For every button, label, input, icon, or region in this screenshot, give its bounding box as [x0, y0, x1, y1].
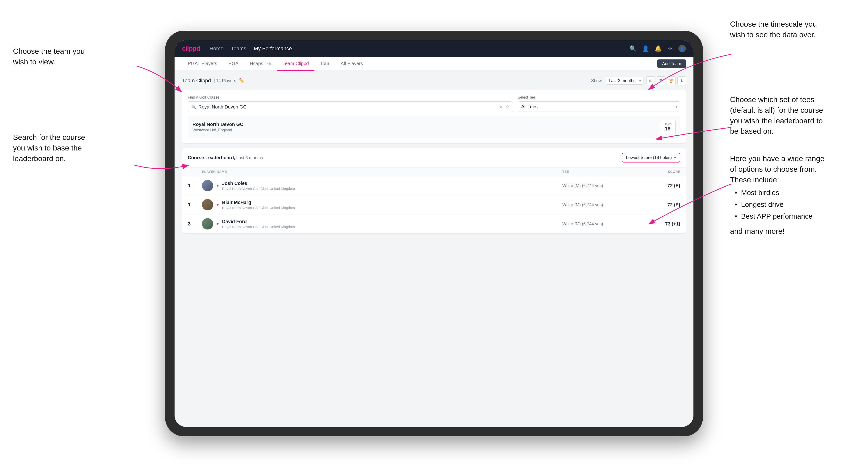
course-result: Royal North Devon GC Westward Ho!, Engla…: [188, 116, 680, 138]
search-row: Find a Golf Course 🔍 ✕ ☆ Select Tee: [188, 95, 680, 112]
grid-view-button[interactable]: ⊞: [646, 76, 655, 85]
content-area: Team Clippd | 14 Players ✏️ Show: Last 3…: [175, 71, 693, 427]
option-drive: Longest drive: [735, 199, 855, 210]
player-info-2: ♥ Blair McHarg Royal North Devon Golf Cl…: [202, 199, 562, 210]
show-label: Show:: [591, 78, 603, 83]
player-details-2: Blair McHarg Royal North Devon Golf Club…: [222, 200, 295, 210]
star-icon[interactable]: ☆: [505, 104, 509, 110]
course-location: Westward Ho!, England: [192, 128, 243, 132]
sub-nav: PGAT Players PGA Hcaps 1-5 Team Clippd T…: [175, 57, 693, 71]
team-title: Team Clippd | 14 Players ✏️: [182, 77, 245, 84]
player-row: 1 ♥ Blair McHarg Royal North Devon Golf …: [182, 195, 686, 214]
tab-pgat-players[interactable]: PGAT Players: [182, 57, 223, 71]
heart-icon-3[interactable]: ♥: [217, 222, 219, 226]
app-logo: clippd: [182, 45, 200, 52]
player-rank-3: 3: [188, 221, 202, 227]
options-list: Most birdies Longest drive Best APP perf…: [730, 188, 855, 221]
tee-label: Select Tee: [518, 95, 680, 99]
tab-hcaps[interactable]: Hcaps 1-5: [244, 57, 277, 71]
player-avatar-2: [202, 199, 213, 210]
holes-label: Holes: [664, 122, 672, 126]
player-score-1: 72 (E): [633, 183, 680, 188]
annotation-timescale: Choose the timescale you wish to see the…: [730, 19, 855, 40]
tab-pga[interactable]: PGA: [223, 57, 244, 71]
annotation-options: Here you have a wide range of options to…: [730, 153, 855, 237]
search-input-wrap: 🔍 ✕ ☆: [188, 101, 513, 112]
col-tee: TEE: [562, 170, 633, 174]
holes-number: 18: [665, 126, 670, 132]
download-button[interactable]: ⬇: [677, 76, 686, 85]
player-tee-2: White (M) (6,744 yds): [562, 203, 633, 207]
heart-icon-1[interactable]: ♥: [217, 184, 219, 188]
edit-icon[interactable]: ✏️: [239, 78, 245, 84]
heart-icon-2[interactable]: ♥: [217, 203, 219, 207]
col-empty: [188, 170, 202, 174]
player-name-1: Josh Coles: [222, 181, 295, 186]
annotation-search: Search for the course you wish to base t…: [13, 132, 129, 164]
nav-teams[interactable]: Teams: [231, 44, 246, 53]
team-name: Team Clippd: [182, 77, 211, 84]
holes-badge: Holes 18: [660, 120, 676, 134]
nav-bar: clippd Home Teams My Performance 🔍 👤 🔔 ⚙…: [175, 40, 693, 57]
player-rank-2: 1: [188, 201, 202, 208]
player-avatar-3: [202, 218, 213, 229]
add-team-button[interactable]: Add Team: [657, 59, 686, 68]
player-row: 1 ♥ Josh Coles Royal North Devon Golf Cl…: [182, 176, 686, 195]
table-header: PLAYER NAME TEE SCORE: [182, 167, 686, 176]
show-select[interactable]: Last 3 months: [606, 76, 644, 85]
player-details-1: Josh Coles Royal North Devon Golf Club, …: [222, 181, 295, 191]
player-tee-3: White (M) (6,744 yds): [562, 221, 633, 226]
player-score-3: 73 (+1): [633, 221, 680, 227]
player-club-3: Royal North Devon Golf Club, United King…: [222, 225, 295, 229]
player-name-2: Blair McHarg: [222, 200, 295, 205]
player-info-1: ♥ Josh Coles Royal North Devon Golf Club…: [202, 180, 562, 191]
list-view-button[interactable]: ☰: [657, 76, 665, 85]
player-name-3: David Ford: [222, 219, 295, 224]
clear-icon[interactable]: ✕: [499, 104, 503, 110]
notification-icon[interactable]: 🔔: [655, 45, 662, 52]
leaderboard-card: Course Leaderboard, Last 3 months Lowest…: [182, 148, 686, 233]
player-info-3: ♥ David Ford Royal North Devon Golf Club…: [202, 218, 562, 229]
leaderboard-title: Course Leaderboard, Last 3 months: [188, 155, 263, 160]
avatar-icon[interactable]: 👤: [678, 45, 686, 52]
search-icon[interactable]: 🔍: [629, 45, 637, 52]
nav-my-performance[interactable]: My Performance: [254, 44, 292, 53]
annotation-tees: Choose which set of tees (default is all…: [730, 94, 855, 136]
option-birdies: Most birdies: [735, 188, 855, 198]
settings-icon[interactable]: ⚙: [668, 45, 673, 52]
course-search-input[interactable]: [198, 104, 497, 110]
show-controls: Show: Last 3 months ▾ ⊞ ☰ 🏆 ⬇: [591, 76, 686, 85]
view-icons: ⊞ ☰ 🏆 ⬇: [646, 76, 686, 85]
search-card: Find a Golf Course 🔍 ✕ ☆ Select Tee: [182, 90, 686, 144]
tee-select[interactable]: All Tees: [518, 101, 680, 112]
player-rank-1: 1: [188, 183, 202, 189]
nav-home[interactable]: Home: [210, 44, 223, 53]
user-icon[interactable]: 👤: [642, 45, 649, 52]
team-header: Team Clippd | 14 Players ✏️ Show: Last 3…: [182, 76, 686, 85]
player-row: 3 ♥ David Ford Royal North Devon Golf Cl…: [182, 214, 686, 233]
tee-section: Select Tee All Tees ▾: [518, 95, 680, 112]
tab-team-clippd[interactable]: Team Clippd: [277, 57, 314, 71]
annotation-team: Choose the team you wish to view.: [13, 46, 131, 67]
score-type-label: Lowest Score (18 holes): [626, 155, 672, 160]
player-details-3: David Ford Royal North Devon Golf Club, …: [222, 219, 295, 229]
leaderboard-header: Course Leaderboard, Last 3 months Lowest…: [182, 148, 686, 167]
nav-icons: 🔍 👤 🔔 ⚙ 👤: [629, 45, 686, 52]
option-app: Best APP performance: [735, 211, 855, 221]
player-score-2: 72 (E): [633, 202, 680, 208]
player-club-1: Royal North Devon Golf Club, United King…: [222, 187, 295, 191]
search-glass-icon: 🔍: [191, 105, 196, 109]
search-label: Find a Golf Course: [188, 95, 513, 99]
trophy-view-button[interactable]: 🏆: [667, 76, 676, 85]
player-avatar-1: [202, 180, 213, 191]
player-club-2: Royal North Devon Golf Club, United King…: [222, 206, 295, 210]
col-score: SCORE: [633, 170, 680, 174]
player-tee-1: White (M) (6,744 yds): [562, 183, 633, 188]
ipad-frame: clippd Home Teams My Performance 🔍 👤 🔔 ⚙…: [165, 31, 703, 436]
course-name: Royal North Devon GC: [192, 122, 243, 127]
tee-select-wrap: All Tees ▾: [518, 101, 680, 112]
tab-tour[interactable]: Tour: [314, 57, 335, 71]
player-count: | 14 Players: [214, 78, 236, 83]
score-type-dropdown[interactable]: Lowest Score (18 holes) ▾: [622, 153, 680, 162]
tab-all-players[interactable]: All Players: [335, 57, 368, 71]
